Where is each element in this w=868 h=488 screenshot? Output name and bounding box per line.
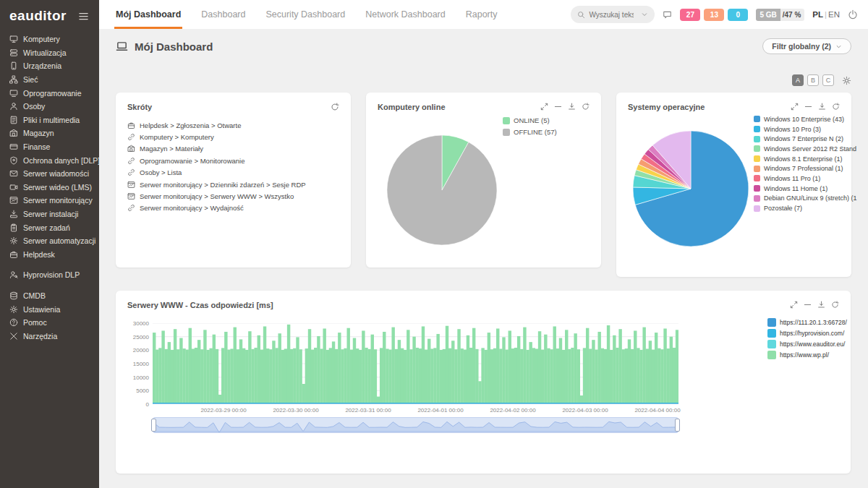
power-icon[interactable] xyxy=(848,9,858,20)
legend-item[interactable]: Windows 8.1 Enterprise (1) xyxy=(754,154,857,164)
legend-item[interactable]: Windows 11 Home (1) xyxy=(754,184,857,194)
sidebar-item-narzędzia[interactable]: Narzędzia xyxy=(0,329,99,343)
notification-badge[interactable]: 13 xyxy=(704,9,724,21)
sidebar-item-serwer-instalacji[interactable]: Serwer instalacji xyxy=(0,207,99,221)
response-time-chart: 050001000015000200002500030000 2022-03-2… xyxy=(153,323,678,407)
sidebar-item-helpdesk[interactable]: Helpdesk xyxy=(0,248,99,262)
download-icon[interactable] xyxy=(817,301,825,309)
legend-item[interactable]: Debian GNU/Linux 9 (stretch) (1 xyxy=(754,194,857,204)
navigator-left-handle[interactable] xyxy=(151,419,156,432)
legend-item[interactable]: Windows 7 Enterprise N (2) xyxy=(754,134,857,144)
refresh-icon[interactable] xyxy=(582,103,590,111)
shortcut-link[interactable]: Serwer monitorujący > Wydajność xyxy=(127,202,339,214)
tab-security-dashboard[interactable]: Security Dashboard xyxy=(265,0,345,29)
collapse-icon[interactable] xyxy=(804,301,812,309)
sidebar-item-cmdb[interactable]: CMDB xyxy=(0,289,99,303)
legend-item[interactable]: https://www.eauditor.eu/ xyxy=(767,338,847,349)
shortcut-list: Helpdesk > Zgłoszenia > OtwarteKomputery… xyxy=(127,119,339,214)
legend-item[interactable]: https://111.20.1.3:66728/ xyxy=(767,317,847,328)
expand-icon[interactable] xyxy=(540,103,548,111)
legend-label: Windows 8.1 Enterprise (1) xyxy=(764,155,843,163)
sidebar-item-serwer-wiadomości[interactable]: Serwer wiadomości xyxy=(0,167,99,181)
sidebar-item-serwer-zadań[interactable]: Serwer zadań xyxy=(0,221,99,234)
dashboard-settings-gear-icon[interactable] xyxy=(842,76,851,85)
tab-dashboard[interactable]: Dashboard xyxy=(201,0,245,29)
software-icon xyxy=(9,89,18,98)
legend-item[interactable]: Windows 7 Professional (1) xyxy=(754,163,857,174)
tab-mój-dashboard[interactable]: Mój Dashboard xyxy=(116,0,181,29)
tab-raporty[interactable]: Raporty xyxy=(466,0,498,29)
sidebar-item-ustawienia[interactable]: Ustawienia xyxy=(0,302,99,316)
hamburger-menu-icon[interactable] xyxy=(78,11,89,22)
legend-item[interactable]: Windows 10 Pro (3) xyxy=(754,124,857,134)
chart-range-navigator[interactable] xyxy=(153,417,678,433)
chevron-down-icon xyxy=(835,43,842,50)
shield-icon xyxy=(9,156,18,165)
sidebar-item-urządzenia[interactable]: Urządzenia xyxy=(0,59,99,73)
legend-item[interactable]: Windows 10 Enterprise (43) xyxy=(754,114,857,124)
chevron-down-icon[interactable] xyxy=(641,11,648,18)
global-filter-button[interactable]: Filtr globalny (2) xyxy=(762,38,851,54)
sidebar-item-pliki-i-multimedia[interactable]: Pliki i multimedia xyxy=(0,114,99,127)
sidebar-item-hyprovision-dlp[interactable]: Hyprovision DLP xyxy=(0,268,99,282)
shortcut-link[interactable]: Oprogramowanie > Monitorowanie xyxy=(127,155,339,166)
legend-item[interactable]: Windows 11 Pro (1) xyxy=(754,174,857,184)
shortcut-link[interactable]: Helpdesk > Zgłoszenia > Otwarte xyxy=(127,119,339,131)
feedback-bubble-icon[interactable] xyxy=(663,10,672,20)
sidebar-menu: KomputeryWirtualizacjaUrządzeniaSiećOpro… xyxy=(0,28,99,343)
shortcut-link[interactable]: Serwer monitorujący > Dzienniki zdarzeń … xyxy=(127,179,339,190)
view-button-a[interactable]: A xyxy=(792,74,804,86)
sidebar-item-magazyn[interactable]: Magazyn xyxy=(0,127,99,140)
notification-badge[interactable]: 27 xyxy=(680,9,700,21)
refresh-icon[interactable] xyxy=(331,103,339,111)
laptop-icon xyxy=(116,40,128,53)
legend-item[interactable]: Pozostałe (7) xyxy=(754,203,857,213)
download-icon[interactable] xyxy=(818,103,826,111)
sidebar-item-serwer-monitorujący[interactable]: Serwer monitorujący xyxy=(0,194,99,207)
page-title: Mój Dashboard xyxy=(116,40,213,53)
legend-item[interactable]: https://hyprovision.com/ xyxy=(767,328,847,338)
shortcut-link[interactable]: Magazyn > Materiały xyxy=(127,143,339,155)
sidebar-item-serwer-wideo-lms-[interactable]: Serwer wideo (LMS) xyxy=(0,181,99,194)
sidebar-item-finanse[interactable]: Finanse xyxy=(0,140,99,154)
legend-item[interactable]: OFFLINE (57) xyxy=(503,128,557,136)
shortcut-link[interactable]: Osoby > Lista xyxy=(127,167,339,179)
language-switch[interactable]: PL|EN xyxy=(812,10,840,19)
lang-pl[interactable]: PL xyxy=(812,10,823,19)
sidebar-item-osoby[interactable]: Osoby xyxy=(0,100,99,114)
sidebar-item-ochrona-danych-dlp-[interactable]: Ochrona danych [DLP] xyxy=(0,153,99,167)
view-button-b[interactable]: B xyxy=(807,74,819,86)
shortcut-label: Komputery > Komputery xyxy=(140,133,214,141)
sidebar-item-komputery[interactable]: Komputery xyxy=(0,33,99,46)
tab-network-dashboard[interactable]: Network Dashboard xyxy=(365,0,445,29)
collapse-icon[interactable] xyxy=(554,103,562,111)
shortcut-link[interactable]: Komputery > Komputery xyxy=(127,131,339,142)
legend-swatch xyxy=(754,145,760,152)
legend-swatch xyxy=(754,175,760,181)
y-axis-tick: 30000 xyxy=(133,320,149,327)
expand-icon[interactable] xyxy=(790,301,798,309)
search-input[interactable] xyxy=(571,6,655,23)
legend-item[interactable]: ONLINE (5) xyxy=(503,116,557,124)
sidebar-item-oprogramowanie[interactable]: Oprogramowanie xyxy=(0,86,99,100)
collapse-icon[interactable] xyxy=(804,103,812,111)
legend-item[interactable]: https://www.wp.pl/ xyxy=(767,349,847,360)
sidebar-item-serwer-automatyzacji[interactable]: Serwer automatyzacji xyxy=(0,234,99,248)
expand-icon[interactable] xyxy=(791,103,799,111)
navigator-right-handle[interactable] xyxy=(675,419,680,432)
legend-label: Windows 7 Professional (1) xyxy=(764,165,843,172)
sidebar-item-wirtualizacja[interactable]: Wirtualizacja xyxy=(0,46,99,60)
shortcut-link[interactable]: Serwer monitorujący > Serwery WWW > Wszy… xyxy=(127,190,339,202)
notification-badge[interactable]: 0 xyxy=(728,9,748,21)
lang-en[interactable]: EN xyxy=(828,10,840,19)
refresh-icon[interactable] xyxy=(832,103,840,111)
sidebar-item-pomoc[interactable]: Pomoc xyxy=(0,316,99,330)
search-field[interactable] xyxy=(589,11,634,19)
sidebar-item-sieć[interactable]: Sieć xyxy=(0,73,99,87)
download-icon[interactable] xyxy=(568,103,576,111)
legend-item[interactable]: Windows Server 2012 R2 Stand xyxy=(754,144,857,154)
legend-swatch xyxy=(754,185,760,192)
install-icon xyxy=(9,210,18,218)
refresh-icon[interactable] xyxy=(831,301,839,309)
view-button-c[interactable]: C xyxy=(822,74,834,86)
